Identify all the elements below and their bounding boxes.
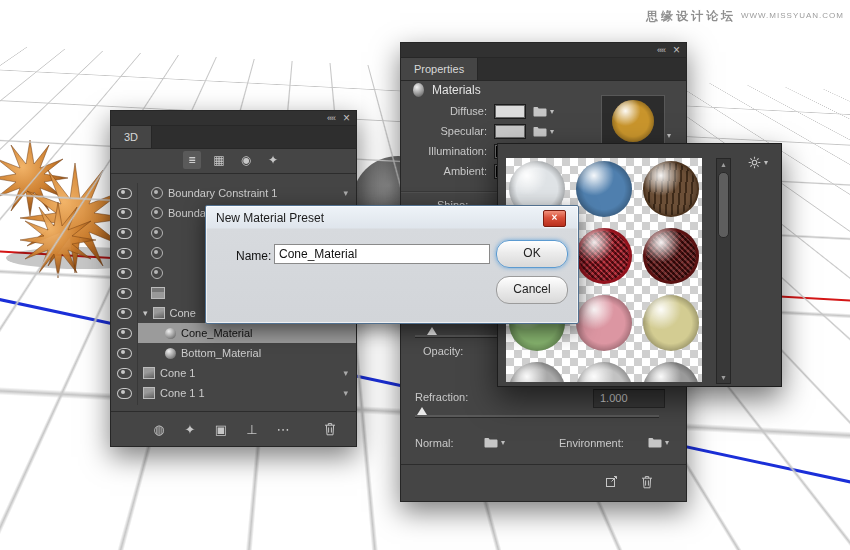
constraint-icon [151,227,163,239]
collapse-panel-button[interactable]: «« [657,45,665,55]
new-object-button[interactable]: ▣ [213,422,229,437]
materials-title: Materials [432,83,481,97]
chevron-down-icon[interactable] [343,388,348,398]
visibility-toggle[interactable] [111,343,137,363]
delete-button[interactable] [324,422,336,436]
preset-cell [506,359,568,382]
visibility-toggle[interactable] [111,183,137,203]
delete-material-button[interactable] [641,475,653,489]
specular-color-swatch[interactable] [494,124,526,139]
mesh-icon [153,307,165,319]
more-options-button[interactable]: ⋯ [275,422,291,437]
scroll-down-icon[interactable]: ▼ [717,374,730,381]
tab-properties[interactable]: Properties [401,58,478,80]
light-filter-icon[interactable]: ✦ [264,151,282,169]
picker-menu-button[interactable] [748,156,768,169]
3d-panel-topbar[interactable]: «« × [111,111,356,126]
properties-panel-topbar[interactable]: «« × [401,43,686,58]
watermark: 思缘设计论坛WWW.MISSYUAN.COM [646,8,844,25]
preset-cell [640,225,702,287]
preset-cell [640,359,702,382]
scene-row-boundary-constraint-1[interactable]: Boundary Constraint 1 [111,183,356,203]
chevron-down-icon[interactable] [343,188,348,198]
new-light-button[interactable]: ✦ [182,422,198,437]
illumination-label: Illumination: [409,145,487,157]
material-ball-icon [165,328,176,339]
opacity-slider-handle[interactable] [427,327,437,335]
material-preset-light-gray[interactable] [576,362,632,382]
material-preset-pink[interactable] [576,295,632,351]
constraint-icon [151,187,163,199]
diffuse-texture-button[interactable] [533,105,554,117]
visibility-toggle[interactable] [111,303,137,323]
material-preview-ball [612,100,654,142]
dropdown-arrow-icon [550,127,554,136]
scene-filter-icon[interactable]: ≡ [183,151,201,169]
material-preset-gray-stone[interactable] [509,362,565,382]
row-label: Cone [170,307,196,319]
refraction-slider-handle[interactable] [417,407,427,415]
diffuse-color-swatch[interactable] [494,104,526,119]
expand-chevron-icon[interactable] [143,309,148,318]
cancel-button[interactable]: Cancel [496,276,568,304]
diffuse-label: Diffuse: [409,105,487,117]
material-preset-dark-wood[interactable] [643,161,699,217]
eye-icon [117,288,132,299]
visibility-toggle[interactable] [111,203,137,223]
material-filter-icon[interactable]: ◉ [237,151,255,169]
close-panel-button[interactable]: × [343,113,350,123]
material-name-input[interactable] [274,244,490,264]
material-preset-pale-gold[interactable] [643,295,699,351]
specular-texture-button[interactable] [533,125,554,137]
refraction-value[interactable]: 1.000 [593,389,665,408]
refraction-label: Refraction: [415,391,468,403]
material-preset-red-weave[interactable] [576,228,632,284]
visibility-toggle[interactable] [111,223,137,243]
mesh-filter-icon[interactable]: ▦ [210,151,228,169]
visibility-toggle[interactable] [111,243,137,263]
material-preview[interactable] [601,95,665,147]
visibility-toggle[interactable] [111,283,137,303]
row-label: Bottom_Material [181,347,261,359]
material-ball-icon [165,348,176,359]
close-panel-button[interactable]: × [673,45,680,55]
scrollbar-thumb[interactable] [718,172,729,238]
row-label: Cone_Material [181,327,253,339]
chevron-down-icon[interactable] [343,368,348,378]
normal-texture-button[interactable] [484,436,505,448]
picker-scrollbar[interactable]: ▲ ▼ [716,158,731,384]
preset-cell [640,292,702,354]
new-mesh-button[interactable]: ◍ [151,422,167,437]
scene-row-cone-1[interactable]: Cone 1 [111,363,356,383]
watermark-site-name: 思缘设计论坛 [646,9,736,23]
scene-row-cone-1-1[interactable]: Cone 1 1 [111,383,356,403]
material-preset-blue[interactable] [576,161,632,217]
eye-icon [117,208,132,219]
material-preview-dropdown-arrow[interactable] [667,131,671,140]
scene-row-bottom-material[interactable]: Bottom_Material [111,343,356,363]
3d-panel-tabstrip: 3D [111,126,356,149]
environment-texture-button[interactable] [648,436,669,448]
visibility-toggle[interactable] [111,383,137,403]
ground-plane-button[interactable]: ⊥ [244,422,260,437]
material-preset-gray[interactable] [643,362,699,382]
collapse-panel-button[interactable]: «« [327,113,335,123]
dropdown-arrow-icon [501,438,505,447]
visibility-toggle[interactable] [111,323,137,343]
ok-button[interactable]: OK [496,240,568,268]
refraction-slider[interactable] [415,415,659,418]
export-material-button[interactable] [605,475,618,488]
ambient-label: Ambient: [409,165,487,177]
scene-row-cone-material[interactable]: Cone_Material [111,323,356,343]
material-preset-dark-red-weave[interactable] [643,228,699,284]
visibility-toggle[interactable] [111,263,137,283]
scroll-up-icon[interactable]: ▲ [717,161,730,168]
opacity-label: Opacity: [423,345,463,357]
row-label: Cone 1 1 [160,387,205,399]
preset-cell [573,225,635,287]
visibility-toggle[interactable] [111,363,137,383]
materials-icon [413,83,424,97]
dialog-close-button[interactable]: × [543,210,566,227]
preset-cell [640,158,702,220]
tab-3d[interactable]: 3D [111,126,152,148]
